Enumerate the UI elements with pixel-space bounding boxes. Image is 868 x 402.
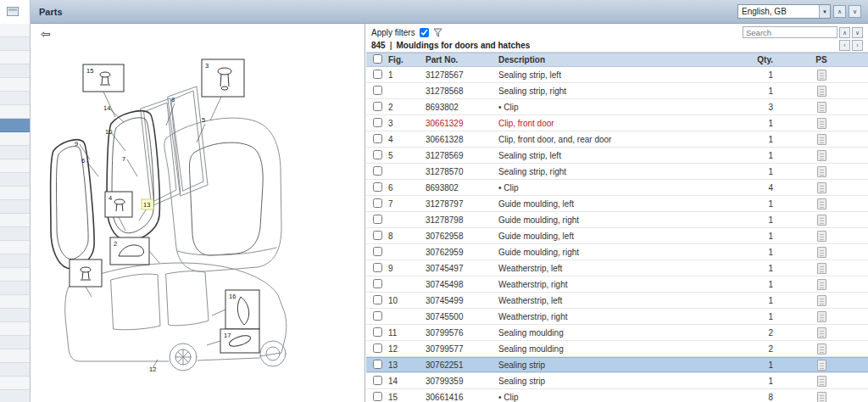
rail-item[interactable]	[0, 187, 30, 200]
rail-item[interactable]	[0, 336, 30, 349]
rail-item[interactable]	[0, 173, 30, 187]
table-row[interactable]: 13 30762251 Sealing strip 1	[366, 357, 868, 373]
row-part[interactable]: 30799359	[426, 377, 498, 386]
table-row[interactable]: 31278798 Guide moulding, right 1	[366, 212, 868, 228]
table-row[interactable]: 3 30661329 Clip, front door 1	[366, 115, 868, 131]
ps-document-icon[interactable]	[817, 198, 826, 209]
row-part[interactable]: 30799577	[426, 344, 498, 354]
callout-15[interactable]: 15	[86, 67, 93, 75]
select-all-checkbox[interactable]	[373, 54, 382, 64]
rail-item[interactable]	[0, 51, 30, 64]
table-row[interactable]: 6 8693802 • Clip 4	[366, 180, 868, 196]
table-row[interactable]: 10 30745499 Weatherstrip, left 1	[366, 293, 868, 309]
row-checkbox[interactable]	[373, 247, 382, 256]
header-select-all[interactable]	[366, 54, 388, 65]
row-part[interactable]: 30762958	[426, 232, 498, 241]
row-checkbox[interactable]	[373, 360, 382, 369]
row-checkbox[interactable]	[373, 134, 382, 143]
search-input[interactable]	[743, 26, 837, 38]
row-part[interactable]: 30661416	[426, 393, 498, 402]
callout-6[interactable]: 6	[81, 157, 85, 165]
chevron-down-icon[interactable]: ▼	[819, 5, 830, 18]
row-part[interactable]: 30661328	[426, 135, 498, 144]
table-row[interactable]: 30762959 Guide moulding, right 1	[366, 244, 868, 260]
prev-page-button[interactable]: ‹	[839, 40, 850, 51]
table-row[interactable]: 30745498 Weatherstrip, right 1	[366, 276, 868, 293]
rail-item[interactable]	[0, 268, 30, 282]
row-checkbox[interactable]	[373, 376, 382, 385]
ps-document-icon[interactable]	[817, 166, 826, 177]
scroll-down-button[interactable]: ∨	[852, 27, 863, 38]
row-checkbox[interactable]	[373, 198, 382, 208]
table-row[interactable]: 11 30799576 Sealing moulding 2	[366, 325, 868, 341]
row-checkbox[interactable]	[373, 102, 382, 111]
ps-document-icon[interactable]	[817, 247, 826, 258]
callout-2[interactable]: 2	[114, 240, 117, 248]
row-part[interactable]: 30745498	[426, 280, 498, 289]
rail-item[interactable]	[0, 214, 30, 227]
row-part[interactable]: 30745500	[426, 312, 498, 321]
rail-item[interactable]	[0, 78, 30, 92]
row-checkbox[interactable]	[373, 327, 382, 337]
filter-funnel-icon[interactable]	[433, 28, 442, 37]
rail-item[interactable]	[0, 349, 30, 363]
ps-document-icon[interactable]	[817, 182, 826, 193]
row-checkbox[interactable]	[373, 311, 382, 321]
callout-5[interactable]: 5	[202, 116, 205, 124]
ps-document-icon[interactable]	[817, 86, 826, 97]
rail-item[interactable]	[0, 146, 30, 159]
rail-item[interactable]	[0, 377, 30, 390]
row-part[interactable]: 8693802	[426, 103, 498, 112]
titlebar-down-button[interactable]: ∨	[849, 5, 861, 18]
header-qty[interactable]: Qty.	[741, 55, 775, 64]
callout-13[interactable]: 13	[143, 201, 150, 209]
table-row[interactable]: 8 30762958 Guide moulding, left 1	[366, 228, 868, 244]
callout-9[interactable]: 9	[75, 140, 78, 148]
ps-document-icon[interactable]	[817, 102, 826, 113]
row-checkbox[interactable]	[373, 150, 382, 159]
ps-document-icon[interactable]	[817, 215, 826, 226]
row-part[interactable]: 30661329	[426, 119, 498, 128]
rail-item[interactable]	[0, 24, 30, 37]
row-part[interactable]: 30762959	[426, 248, 498, 257]
table-row[interactable]: 2 8693802 • Clip 3	[366, 99, 868, 115]
callout-3[interactable]: 3	[205, 62, 209, 70]
table-row[interactable]: 4 30661328 Clip, front door, and, rear d…	[366, 131, 868, 148]
row-part[interactable]: 30762251	[426, 360, 498, 370]
ps-document-icon[interactable]	[817, 295, 826, 306]
callout-14[interactable]: 14	[103, 104, 110, 112]
ps-document-icon[interactable]	[817, 343, 826, 355]
table-row[interactable]: 5 31278569 Sealing strip, left 1	[366, 148, 868, 164]
ps-document-icon[interactable]	[817, 327, 826, 338]
callout-7[interactable]: 7	[122, 155, 125, 163]
table-row[interactable]: 7 31278797 Guide moulding, left 1	[366, 196, 868, 212]
rail-item[interactable]	[0, 119, 30, 132]
row-part[interactable]: 31278567	[426, 70, 498, 80]
ps-document-icon[interactable]	[817, 118, 826, 129]
rail-item[interactable]	[0, 363, 30, 377]
header-fig[interactable]: Fig.	[388, 55, 426, 64]
rail-item[interactable]	[0, 159, 30, 173]
rail-item[interactable]	[0, 64, 30, 78]
row-part[interactable]: 31278570	[426, 167, 498, 176]
next-page-button[interactable]: ›	[852, 40, 863, 51]
rail-item[interactable]	[0, 309, 30, 322]
callout-17[interactable]: 17	[224, 332, 231, 339]
row-part[interactable]: 31278568	[426, 87, 498, 96]
ps-document-icon[interactable]	[817, 392, 826, 402]
table-row[interactable]: 31278568 Sealing strip, right 1	[366, 83, 868, 99]
table-row[interactable]: 12 30799577 Sealing moulding 2	[366, 341, 868, 357]
row-checkbox[interactable]	[373, 215, 382, 224]
row-part[interactable]: 8693802	[426, 183, 498, 193]
table-row[interactable]: 15 30661416 • Clip 8	[366, 389, 868, 402]
ps-document-icon[interactable]	[817, 376, 826, 387]
row-checkbox[interactable]	[373, 295, 382, 304]
row-checkbox[interactable]	[373, 118, 382, 127]
row-part[interactable]: 30799576	[426, 328, 498, 338]
row-checkbox[interactable]	[373, 182, 382, 192]
ps-document-icon[interactable]	[817, 70, 826, 81]
ps-document-icon[interactable]	[817, 263, 826, 274]
row-part[interactable]: 31278797	[426, 199, 498, 209]
row-part[interactable]: 31278569	[426, 151, 498, 160]
row-checkbox[interactable]	[373, 70, 382, 79]
